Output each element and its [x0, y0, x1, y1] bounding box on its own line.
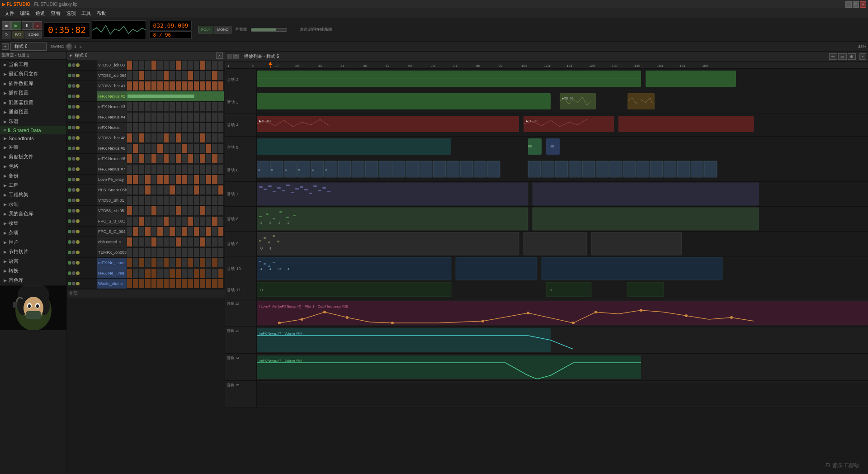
sidebar-item-plugin-db[interactable]: ▶ 插件数据库 [0, 79, 66, 88]
step-dot-4c[interactable] [76, 95, 80, 98]
step-led-6[interactable] [68, 115, 71, 119]
pattern-button[interactable]: PAT [12, 31, 24, 38]
step-row-8: VTD53_.hat 48 [67, 133, 225, 143]
track-svg-14: \reFX Nexus #7 – Volume 包络 [257, 354, 868, 380]
menu-item-tools[interactable]: 工具 [79, 10, 94, 17]
sidebar-item-clips[interactable]: ▶ 节拍切片 [0, 247, 66, 256]
poly-button[interactable]: POLY [198, 26, 214, 33]
step-dot-7b[interactable] [72, 126, 75, 129]
step-dot-1c[interactable] [76, 63, 80, 67]
track-content-14[interactable]: \reFX Nexus #7 – Volume 包络 [257, 354, 868, 380]
sidebar-item-user[interactable]: ▶ 用户 [0, 237, 66, 247]
sidebar-item-packs[interactable]: ▶ 包络 [0, 161, 66, 171]
sidebar-item-il-shared[interactable]: # IL Shared Data [0, 126, 66, 134]
step-led-7[interactable] [68, 126, 71, 129]
track-content-15[interactable] [257, 381, 868, 408]
sidebar-item-current-project[interactable]: ▶ 当前工程 [0, 60, 66, 69]
step-led-1[interactable] [68, 63, 71, 67]
playlist-close[interactable]: × [859, 53, 866, 60]
track-content-5[interactable] [257, 137, 868, 159]
track-content-7[interactable] [257, 182, 868, 206]
sidebar-item-templates[interactable]: ▶ 剪贴板文件 [0, 152, 66, 161]
sidebar-item-rush[interactable]: ▶ 冲量 [0, 142, 66, 152]
sidebar-item-soundbank[interactable]: ▶ 音色库 [0, 275, 66, 285]
sidebar-item-collection[interactable]: ▶ 收集 [0, 218, 66, 228]
step-led-8[interactable] [68, 136, 71, 140]
sidebar-item-recent-files[interactable]: ▶ 最近所用文件 [0, 69, 66, 79]
pause-button[interactable]: ⏸ [22, 21, 33, 30]
sidebar-item-mixer-presets[interactable]: ▶ 混音器预置 [0, 98, 66, 107]
play-button[interactable]: ▶ [11, 21, 21, 30]
step-row-19: TEMFX_.on003 [67, 247, 225, 258]
menu-item-channel[interactable]: 通道 [33, 10, 48, 17]
step-dot-3c[interactable] [76, 84, 80, 88]
track-content-10[interactable]: 4 4 U 4 [257, 256, 868, 281]
master-vol-slider[interactable] [251, 28, 287, 32]
svg-text:1: 1 [227, 64, 230, 68]
sidebar-item-project-arch[interactable]: ▶ 工程构架 [0, 190, 66, 199]
step-row-14: VTD53_.sh 01 [67, 195, 225, 206]
menu-item-view[interactable]: 查看 [48, 10, 63, 17]
menu-item-edit[interactable]: 编辑 [17, 10, 33, 17]
track-content-13[interactable]: \reFX Nexus #7 – Volume 包络 [257, 327, 868, 353]
stop-button[interactable]: ■ [2, 21, 11, 30]
sidebar-item-plugin-presets[interactable]: ▶ 插件预置 [0, 88, 66, 98]
step-dot-7c[interactable] [76, 126, 80, 129]
step-buttons-8 [127, 133, 224, 143]
step-led-4[interactable] [68, 95, 71, 98]
step-dot-1b[interactable] [72, 63, 75, 67]
sidebar-item-backup[interactable]: ▶ 备份 [0, 171, 66, 180]
sidebar-item-language[interactable]: ▶ 语言 [0, 256, 66, 266]
step-dot-6c[interactable] [76, 115, 80, 119]
sidebar-item-library[interactable]: ▶ 我的音色库 [0, 209, 66, 218]
window-controls[interactable]: _ □ × [845, 1, 866, 8]
sidebar-item-channel-presets[interactable]: ▶ 通道预置 [0, 107, 66, 117]
track-content-6[interactable]: U 6 U 6 U 6 [257, 159, 868, 181]
pattern-selector[interactable]: 样式 6 [10, 43, 47, 51]
loop-button[interactable]: ⟳ [2, 31, 11, 38]
sidebar-item-convert[interactable]: ▶ 转换 [0, 266, 66, 275]
svg-text:\reFX Nexus #7 – Volume 包络: \reFX Nexus #7 – Volume 包络 [259, 359, 302, 362]
step-close-btn[interactable]: × [216, 52, 223, 59]
sidebar-label-il-shared: IL Shared Data [8, 128, 41, 133]
step-dot-5c[interactable] [76, 105, 80, 109]
track-content-11[interactable]: U U [257, 281, 868, 299]
step-dot-8c[interactable] [76, 136, 80, 140]
arrow-icon: ▶ [4, 155, 7, 159]
track-content-8[interactable]: 2 2 2 2 [257, 207, 868, 231]
step-dot-4b[interactable] [72, 95, 75, 98]
step-led-5[interactable] [68, 105, 71, 109]
draw-tool[interactable]: ✏ [829, 53, 837, 60]
svg-text:▶TE_03: ▶TE_03 [259, 119, 271, 123]
menu-item-file[interactable]: 文件 [2, 10, 17, 17]
sidebar-item-recording[interactable]: ▶ 录制 [0, 199, 66, 209]
step-led-2[interactable] [68, 74, 71, 77]
track-content-4[interactable]: ▶TE_03 ▶TE_03 [257, 114, 868, 136]
menu-item-options[interactable]: 选项 [63, 10, 79, 17]
step-dot-2c[interactable] [76, 74, 80, 77]
new-pattern-btn[interactable]: + [2, 43, 9, 50]
sidebar-item-instruments[interactable]: ▶ 乐谱 [0, 117, 66, 126]
menu-item-help[interactable]: 帮助 [94, 10, 109, 17]
sidebar-item-misc[interactable]: ▶ 杂项 [0, 228, 66, 237]
track-content-2[interactable] [257, 69, 868, 91]
select-tool[interactable]: ▭ [838, 53, 847, 60]
record-button[interactable]: ● [33, 21, 42, 30]
mono-button[interactable]: MONO [214, 26, 231, 33]
zoom-tool[interactable]: ⊕ [848, 53, 856, 60]
playlist-window-controls[interactable]: _ □ [227, 54, 239, 59]
step-dot-3b[interactable] [72, 84, 75, 88]
sidebar-item-soundfonts[interactable]: ▶ Soundfonts [0, 134, 66, 142]
step-dot-2b[interactable] [72, 74, 75, 77]
step-dot-6b[interactable] [72, 115, 75, 119]
step-dot-5b[interactable] [72, 105, 75, 109]
nexus2-slider[interactable] [127, 95, 194, 98]
track-content-3[interactable]: ▶TE_03 [257, 91, 868, 114]
track-content-9[interactable]: U 4 [257, 232, 868, 256]
swing-knob[interactable] [66, 43, 72, 50]
track-content-12[interactable]: \ Love Philler [reFX Nexus #4] – Filter … [257, 299, 868, 326]
song-button[interactable]: SONG [25, 31, 42, 38]
step-dot-8b[interactable] [72, 136, 75, 140]
sidebar-item-project[interactable]: ▶ 工程 [0, 180, 66, 190]
step-led-3[interactable] [68, 84, 71, 88]
